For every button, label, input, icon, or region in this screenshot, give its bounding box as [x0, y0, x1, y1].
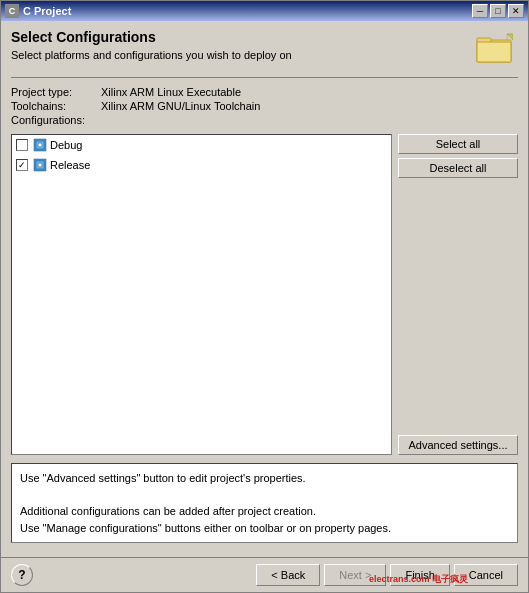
toolchains-label: Toolchains: [11, 100, 101, 112]
debug-config-icon [32, 137, 48, 153]
title-bar-text: C Project [23, 5, 472, 17]
info-line-2: Additional configurations can be added a… [20, 505, 316, 517]
info-section: Project type: Xilinx ARM Linux Executabl… [11, 86, 518, 128]
header-section: Select Configurations Select platforms a… [11, 29, 518, 78]
info-box: Use "Advanced settings" button to edit p… [11, 463, 518, 543]
close-button[interactable]: ✕ [508, 4, 524, 18]
header-subtitle: Select platforms and configurations you … [11, 49, 462, 61]
bottom-bar: ? < Back Next > Finish Cancel [1, 557, 528, 592]
buttons-panel: Select all Deselect all Advanced setting… [398, 134, 518, 455]
back-button[interactable]: < Back [256, 564, 320, 586]
main-area: Debug ✓ Release Select all [11, 134, 518, 455]
next-button[interactable]: Next > [324, 564, 386, 586]
header-title: Select Configurations [11, 29, 462, 45]
list-item[interactable]: Debug [12, 135, 391, 155]
title-bar: C C Project ─ □ ✕ [1, 1, 528, 21]
svg-marker-3 [507, 34, 513, 40]
project-type-label: Project type: [11, 86, 101, 98]
advanced-settings-button[interactable]: Advanced settings... [398, 435, 518, 455]
dialog-content: Select Configurations Select platforms a… [1, 21, 528, 557]
toolchains-row: Toolchains: Xilinx ARM GNU/Linux Toolcha… [11, 100, 518, 112]
bottom-wrapper: ? < Back Next > Finish Cancel electrans.… [1, 557, 528, 592]
cancel-button[interactable]: Cancel [454, 564, 518, 586]
info-line-1: Use "Advanced settings" button to edit p… [20, 472, 306, 484]
header-icon [470, 29, 518, 69]
configurations-list[interactable]: Debug ✓ Release [11, 134, 392, 455]
header-text: Select Configurations Select platforms a… [11, 29, 462, 61]
help-button[interactable]: ? [11, 564, 33, 586]
maximize-button[interactable]: □ [490, 4, 506, 18]
debug-checkbox[interactable] [16, 139, 28, 151]
release-config-icon [32, 157, 48, 173]
minimize-button[interactable]: ─ [472, 4, 488, 18]
window: C C Project ─ □ ✕ Select Configurations … [0, 0, 529, 593]
project-type-row: Project type: Xilinx ARM Linux Executabl… [11, 86, 518, 98]
title-bar-buttons: ─ □ ✕ [472, 4, 524, 18]
finish-button[interactable]: Finish [390, 564, 449, 586]
window-icon: C [5, 4, 19, 18]
project-type-value: Xilinx ARM Linux Executable [101, 86, 241, 98]
svg-point-11 [38, 163, 42, 167]
release-checkbox[interactable]: ✓ [16, 159, 28, 171]
list-item[interactable]: ✓ Release [12, 155, 391, 175]
toolchains-value: Xilinx ARM GNU/Linux Toolchain [101, 100, 260, 112]
deselect-all-button[interactable]: Deselect all [398, 158, 518, 178]
release-label: Release [50, 159, 90, 171]
svg-point-8 [38, 143, 42, 147]
configurations-row: Configurations: [11, 114, 518, 126]
select-all-button[interactable]: Select all [398, 134, 518, 154]
info-line-3: Use "Manage configurations" buttons eith… [20, 522, 391, 534]
debug-label: Debug [50, 139, 82, 151]
svg-rect-2 [477, 42, 511, 62]
configurations-label: Configurations: [11, 114, 101, 126]
